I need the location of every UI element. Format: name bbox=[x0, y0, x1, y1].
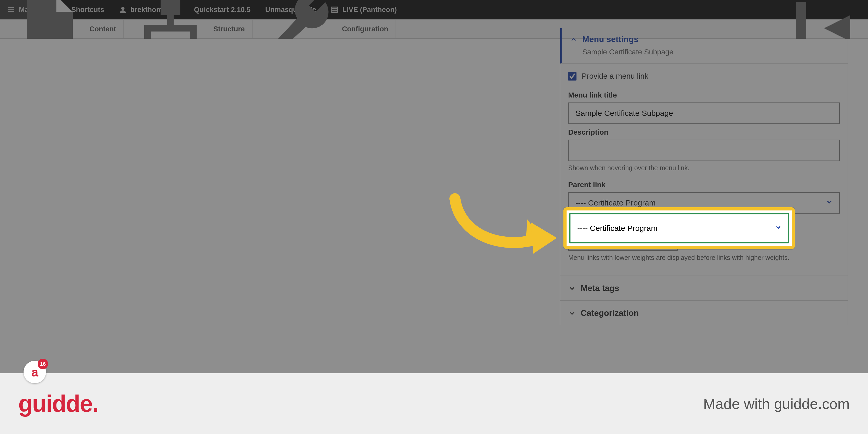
provide-menu-link-checkbox[interactable] bbox=[568, 72, 577, 81]
notification-badge[interactable]: a 16 bbox=[24, 361, 46, 383]
chevron-up-icon bbox=[570, 36, 578, 43]
page-canvas: Menu settings Sample Certificate Subpage… bbox=[0, 39, 868, 373]
chevron-down-icon bbox=[775, 224, 782, 233]
highlight-parent-link: ---- Certificate Program bbox=[563, 207, 795, 249]
parent-link-value: ---- Certificate Program bbox=[576, 198, 656, 207]
categorization-section[interactable]: Categorization bbox=[560, 301, 847, 325]
svg-point-4 bbox=[121, 7, 124, 10]
badge-letter: a bbox=[31, 365, 38, 379]
parent-link-select-highlighted[interactable]: ---- Certificate Program bbox=[569, 213, 789, 243]
meta-tags-label: Meta tags bbox=[581, 283, 619, 293]
menu-link-title-label: Menu link title bbox=[568, 87, 840, 102]
configuration-tab[interactable]: Configuration bbox=[253, 20, 396, 38]
provide-menu-link-checkbox-row[interactable]: Provide a menu link bbox=[568, 69, 840, 87]
user-icon bbox=[119, 6, 127, 13]
provide-menu-link-label: Provide a menu link bbox=[582, 72, 648, 81]
description-label: Description bbox=[568, 124, 840, 140]
menu-link-title-input[interactable] bbox=[568, 102, 840, 124]
chevron-down-icon bbox=[568, 284, 576, 292]
content-label: Content bbox=[89, 25, 116, 33]
menu-settings-section: Menu settings Sample Certificate Subpage bbox=[560, 28, 847, 64]
menu-settings-title: Menu settings bbox=[582, 34, 639, 44]
parent-link-label: Parent link bbox=[568, 177, 840, 192]
categorization-label: Categorization bbox=[581, 308, 639, 318]
settings-side-panel: Menu settings Sample Certificate Subpage… bbox=[560, 39, 848, 325]
description-input[interactable] bbox=[568, 140, 840, 161]
live-label: LIVE (Pantheon) bbox=[342, 6, 397, 14]
app-canvas: Manage Shortcuts brekthompson Quickstart… bbox=[0, 0, 868, 373]
admin-toolbar-primary: Manage Shortcuts brekthompson Quickstart… bbox=[0, 0, 868, 19]
guidde-attribution: Made with guidde.com bbox=[703, 395, 850, 412]
menu-settings-header[interactable]: Menu settings bbox=[562, 28, 847, 51]
weight-help: Menu links with lower weights are displa… bbox=[568, 251, 840, 266]
parent-link-value-highlighted: ---- Certificate Program bbox=[577, 224, 657, 233]
content-tab[interactable]: Content bbox=[0, 20, 124, 38]
menu-settings-subtitle: Sample Certificate Subpage bbox=[562, 48, 847, 63]
chevron-down-icon bbox=[826, 198, 833, 208]
guidde-footer: guidde. Made with guidde.com bbox=[0, 373, 868, 434]
badge-count: 16 bbox=[38, 359, 48, 369]
meta-tags-section[interactable]: Meta tags bbox=[560, 276, 847, 301]
description-help: Shown when hovering over the menu link. bbox=[568, 161, 840, 177]
configuration-label: Configuration bbox=[342, 25, 388, 33]
structure-label: Structure bbox=[213, 25, 245, 33]
chevron-down-icon bbox=[568, 309, 576, 317]
svg-rect-8 bbox=[160, 0, 180, 15]
structure-tab[interactable]: Structure bbox=[124, 20, 253, 38]
guidde-logo: guidde. bbox=[18, 390, 98, 417]
